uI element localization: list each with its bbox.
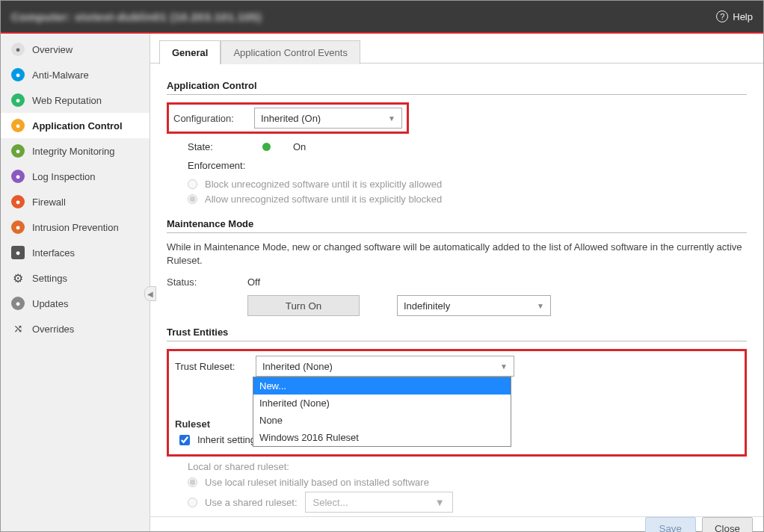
enforcement-allow-label: Allow unrecognized software until it is … — [205, 194, 442, 205]
sidebar-item-label: Anti-Malware — [32, 69, 89, 81]
configuration-label: Configuration: — [173, 113, 245, 124]
sidebar-item-label: Intrusion Prevention — [32, 222, 119, 233]
sidebar-item-integrity-monitoring[interactable]: ●Integrity Monitoring — [1, 138, 150, 164]
inherit-settings-label: Inherit settings — [197, 434, 261, 445]
sidebar-item-label: Overrides — [32, 324, 74, 335]
sidebar-item-interfaces[interactable]: ●Interfaces — [1, 240, 150, 265]
help-icon: ? — [716, 10, 728, 22]
sidebar-item-label: Web Reputation — [32, 95, 102, 106]
maintenance-description: While in Maintenance Mode, new or change… — [167, 241, 747, 267]
sidebar-item-overview[interactable]: ●Overview — [1, 37, 150, 62]
trust-ruleset-dropdown: New...Inherited (None)NoneWindows 2016 R… — [253, 377, 511, 447]
interfaces-icon: ● — [11, 246, 25, 259]
updates-icon: ● — [11, 297, 25, 310]
shared-ruleset-select: Select... ▼ — [305, 492, 453, 513]
close-button[interactable]: Close — [702, 517, 753, 532]
overview-icon: ● — [11, 43, 25, 56]
radio-local — [188, 477, 197, 487]
help-link[interactable]: ? Help — [716, 10, 753, 22]
duration-value: Indefinitely — [404, 300, 450, 312]
chevron-down-icon: ▼ — [435, 497, 445, 508]
section-trust-entities: Trust Entities — [167, 327, 747, 341]
sidebar-item-anti-malware[interactable]: ●Anti-Malware — [1, 62, 150, 87]
maintenance-status-value: Off — [247, 276, 260, 288]
sidebar-item-firewall[interactable]: ●Firewall — [1, 189, 150, 214]
shared-ruleset-option: Use a shared ruleset: Select... ▼ — [188, 492, 747, 513]
sidebar-item-settings[interactable]: ⚙Settings — [1, 265, 150, 291]
sidebar-item-label: Overview — [32, 44, 73, 55]
sidebar: ●Overview●Anti-Malware●Web Reputation●Ap… — [1, 34, 150, 531]
enforcement-block-option: Block unrecognized software until it is … — [188, 179, 747, 190]
trust-ruleset-label: Trust Ruleset: — [175, 361, 247, 372]
tab-application-control-events[interactable]: Application Control Events — [221, 40, 360, 64]
sidebar-item-log-inspection[interactable]: ●Log Inspection — [1, 164, 150, 189]
sidebar-item-label: Firewall — [32, 197, 66, 208]
configuration-highlight: Configuration: Inherited (On) ▼ — [167, 102, 409, 134]
window-title: Computer: ststest-dublin01 (10.203.101.1… — [11, 10, 262, 23]
turn-on-button[interactable]: Turn On — [247, 295, 360, 316]
section-application-control: Application Control — [167, 80, 747, 95]
trust-option[interactable]: None — [253, 412, 511, 429]
intrusion-prevention-icon: ● — [11, 220, 25, 234]
sidebar-item-updates[interactable]: ●Updates — [1, 291, 150, 316]
shared-ruleset-label: Use a shared ruleset: — [205, 497, 298, 508]
local-shared-label: Local or shared ruleset: — [188, 461, 747, 472]
application-control-icon: ● — [11, 119, 25, 132]
local-ruleset-option: Use local ruleset initially based on ins… — [188, 477, 747, 488]
enforcement-allow-option: Allow unrecognized software until it is … — [188, 194, 747, 205]
titlebar: Computer: ststest-dublin01 (10.203.101.1… — [1, 1, 763, 34]
sidebar-item-label: Log Inspection — [32, 171, 96, 182]
sidebar-item-label: Updates — [32, 298, 68, 309]
local-ruleset-label: Use local ruleset initially based on ins… — [205, 477, 429, 488]
integrity-monitoring-icon: ● — [11, 144, 25, 158]
chevron-down-icon: ▼ — [537, 302, 544, 310]
inherit-settings-checkbox[interactable] — [179, 435, 190, 445]
save-button[interactable]: Save — [645, 517, 696, 532]
trust-option[interactable]: Inherited (None) — [253, 395, 511, 412]
state-indicator-icon — [262, 143, 271, 151]
tabs: GeneralApplication Control Events — [150, 34, 763, 64]
sidebar-item-application-control[interactable]: ●Application Control — [1, 113, 150, 138]
tab-general[interactable]: General — [159, 40, 221, 64]
overrides-icon: ⤭ — [11, 322, 25, 335]
footer: Save Close — [150, 516, 763, 532]
radio-allow — [188, 194, 197, 204]
configuration-select[interactable]: Inherited (On) ▼ — [254, 108, 402, 129]
sidebar-item-overrides[interactable]: ⤭Overrides — [1, 316, 150, 341]
web-reputation-icon: ● — [11, 93, 25, 107]
sidebar-item-label: Application Control — [32, 120, 123, 132]
help-label: Help — [733, 11, 753, 22]
chevron-down-icon: ▼ — [388, 114, 395, 123]
duration-select[interactable]: Indefinitely ▼ — [397, 295, 551, 316]
radio-shared — [188, 498, 197, 507]
settings-icon: ⚙ — [11, 271, 25, 285]
log-inspection-icon: ● — [11, 170, 25, 183]
trust-option[interactable]: Windows 2016 Ruleset — [253, 429, 511, 446]
firewall-icon: ● — [11, 195, 25, 208]
state-label: State: — [188, 141, 246, 152]
configuration-value: Inherited (On) — [261, 113, 321, 124]
enforcement-label: Enforcement: — [188, 160, 245, 171]
trust-highlight: Trust Ruleset: Inherited (None) ▼ New...… — [167, 349, 747, 457]
sidebar-item-label: Integrity Monitoring — [32, 146, 115, 157]
sidebar-item-label: Interfaces — [32, 247, 75, 259]
sidebar-item-web-reputation[interactable]: ●Web Reputation — [1, 87, 150, 113]
trust-option[interactable]: New... — [253, 377, 511, 395]
trust-ruleset-select[interactable]: Inherited (None) ▼ — [256, 356, 514, 377]
maintenance-status-label: Status: — [167, 276, 238, 288]
section-maintenance-mode: Maintenance Mode — [167, 218, 747, 233]
sidebar-item-label: Settings — [32, 273, 67, 284]
anti-malware-icon: ● — [11, 68, 25, 81]
sidebar-item-intrusion-prevention[interactable]: ●Intrusion Prevention — [1, 214, 150, 240]
enforcement-block-label: Block unrecognized software until it is … — [205, 179, 442, 190]
shared-ruleset-placeholder: Select... — [313, 497, 348, 508]
chevron-down-icon: ▼ — [500, 362, 508, 371]
radio-block — [188, 179, 197, 189]
trust-ruleset-value: Inherited (None) — [262, 361, 333, 372]
state-value: On — [293, 141, 306, 152]
